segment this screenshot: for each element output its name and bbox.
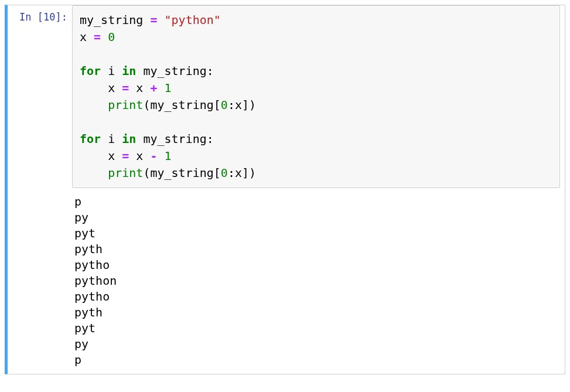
code-token: 0: [221, 166, 228, 180]
code-token: [80, 98, 108, 112]
code-token: 1: [165, 81, 172, 95]
prompt-suffix: ]:: [56, 11, 67, 23]
code-token: x: [80, 30, 94, 44]
code-token: i: [101, 64, 122, 78]
code-token: 0: [108, 30, 115, 44]
code-token: 0: [221, 98, 228, 112]
code-token: -: [150, 149, 157, 163]
input-prompt: In [10]:: [8, 5, 72, 374]
code-token: x: [80, 149, 122, 163]
code-token: =: [122, 81, 129, 95]
code-token: (: [143, 166, 150, 180]
code-token: my_string[: [150, 166, 220, 180]
code-token: :x]: [228, 166, 249, 180]
code-token: for: [80, 132, 101, 146]
code-token: :x]): [228, 98, 256, 112]
prompt-prefix: In [: [19, 11, 43, 23]
code-token: in: [122, 64, 136, 78]
code-token: =: [122, 149, 129, 163]
code-token: i: [101, 132, 122, 146]
code-token: for: [80, 64, 101, 78]
code-input[interactable]: my_string = "python" x = 0 for i in my_s…: [72, 5, 560, 188]
code-token: 1: [165, 149, 172, 163]
execution-count: 10: [43, 11, 55, 23]
code-token: ): [249, 166, 256, 180]
code-token: print: [108, 166, 143, 180]
code-output: p py pyt pyth pytho python pytho pyth py…: [72, 188, 560, 368]
code-token: (my_string[: [143, 98, 220, 112]
code-token: "python": [165, 13, 221, 27]
code-token: +: [150, 81, 157, 95]
code-token: [157, 149, 164, 163]
code-token: my_string:: [136, 64, 213, 78]
cell-body: my_string = "python" x = 0 for i in my_s…: [72, 5, 565, 374]
code-token: =: [94, 30, 101, 44]
code-token: in: [122, 132, 136, 146]
code-token: [157, 13, 164, 27]
code-token: print: [108, 98, 143, 112]
code-token: =: [150, 13, 157, 27]
code-token: my_string:: [136, 132, 213, 146]
code-token: my_string: [80, 13, 150, 27]
code-cell: In [10]: my_string = "python" x = 0 for …: [5, 5, 565, 374]
code-token: [101, 30, 108, 44]
code-token: [157, 81, 164, 95]
code-token: x: [129, 81, 150, 95]
code-token: x: [80, 81, 122, 95]
code-token: [80, 166, 108, 180]
code-token: x: [129, 149, 150, 163]
